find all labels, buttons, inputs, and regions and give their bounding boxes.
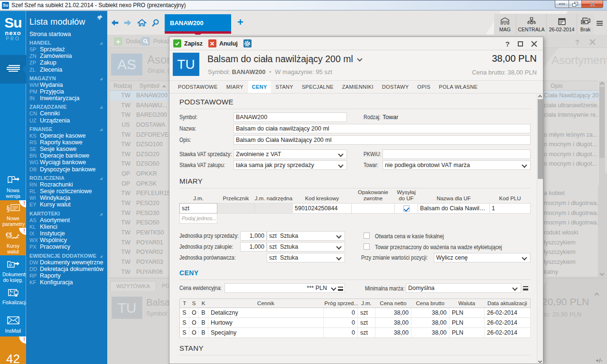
sale-unit-select[interactable]: szt Sztuka (267, 231, 345, 241)
module-item[interactable]: KLKlienci (29, 224, 107, 230)
price-row[interactable]: S O B Detaliczny 0 szt 38,00 38,00 PLN (180, 308, 531, 318)
title-dropdown-icon[interactable] (357, 56, 362, 61)
symbol-input[interactable]: BANAW200 (233, 112, 347, 122)
show-item-button[interactable]: Pokaż (141, 37, 170, 46)
module-item[interactable]: WIWindykacja (29, 195, 107, 201)
module-item[interactable]: WXWspólnicy (29, 237, 107, 243)
module-item[interactable]: DBDyspozycje bankowe (29, 166, 107, 173)
module-item[interactable]: KSOperacje kasowe (29, 132, 107, 139)
margin-menu-icon[interactable] (523, 286, 528, 290)
weighing-checkbox[interactable] (364, 243, 370, 250)
module-item[interactable]: KFKonfiguracja (29, 279, 107, 286)
dialog-tab[interactable]: OPIS (413, 81, 434, 93)
minimize-button[interactable] (555, 0, 569, 8)
nazwa-input[interactable]: Balsam do ciała nawilżający 200 ml (233, 124, 531, 133)
module-item[interactable]: RSRaporty kasowe (29, 139, 107, 146)
module-item[interactable]: PXPracownicy (29, 243, 107, 250)
dialog-tab[interactable]: MIARY (223, 81, 247, 93)
module-section-header[interactable]: ZARZĄDZANIE (29, 104, 107, 110)
measure-row[interactable]: szt 5901024250844 Balsam do Ciała Nawilż… (180, 204, 531, 214)
rail-shortcut[interactable]: Nowa wersja (0, 172, 26, 200)
rail-shortcut[interactable]: ! § Nowe parametry (0, 200, 26, 228)
close-button[interactable] (582, 0, 603, 8)
module-item[interactable]: DWDokumenty wewnętrzne (29, 259, 107, 266)
module-section-header[interactable]: KARTOTEKI (29, 211, 107, 217)
module-item[interactable]: WMWydania (29, 82, 107, 88)
module-item[interactable]: RNRozrachunki (29, 181, 107, 188)
module-item[interactable]: UZUrządzenia (29, 117, 107, 124)
module-section-header[interactable]: EWIDENCJE DODATKOWE (29, 253, 107, 259)
bg-detail-tab[interactable]: WIZYTÓWKA (110, 281, 156, 291)
rail-shortcut[interactable]: Dokumenty do księg. (0, 256, 26, 283)
module-item[interactable]: INInwentaryzacja (29, 95, 107, 102)
home-button[interactable] (137, 18, 147, 28)
module-item[interactable]: CNCenniki (29, 110, 107, 117)
open-price-checkbox[interactable] (364, 233, 370, 239)
bg-help-icon[interactable]: ? (575, 38, 579, 46)
dialog-close-icon[interactable] (531, 41, 537, 47)
pin-icon[interactable] (97, 14, 103, 21)
add-item-button[interactable]: +Dodaj (114, 37, 141, 46)
settings-button[interactable] (243, 39, 252, 47)
uf-checkbox-checked[interactable] (403, 205, 410, 212)
home-link[interactable]: Strona startowa (29, 31, 107, 37)
restore-button[interactable] (569, 0, 582, 8)
measure-placeholder-row[interactable]: Podaj jednos... (180, 214, 531, 224)
rail-shortcut[interactable]: InsMail (0, 313, 26, 337)
dialog-tab[interactable]: CENY (248, 81, 271, 93)
module-item[interactable]: BNOperacje bankowe (29, 152, 107, 159)
module-item[interactable]: ASAsortyment (29, 217, 107, 224)
branch-button[interactable]: CENTRALA (516, 14, 546, 35)
save-button[interactable]: Zapisz (173, 39, 203, 47)
module-item[interactable]: RLSesje rozliczeniowe (29, 188, 107, 195)
dialog-tab[interactable]: SPECJALNE (298, 81, 337, 93)
sale-qty-input[interactable]: 1,000 (240, 231, 267, 241)
module-item[interactable]: ZPZakup (29, 59, 107, 66)
dialog-tab[interactable]: ZAMIENNIKI (338, 81, 377, 93)
towar-select[interactable]: nie podlega obrotowi VAT marża (383, 160, 531, 170)
dialog-scrollbar[interactable] (537, 93, 543, 364)
dialog-maximize-icon[interactable] (518, 41, 523, 47)
strip-menu-icon[interactable] (597, 21, 603, 27)
rail-shortcut[interactable]: ! 42 Licencje (0, 336, 26, 364)
minimal-margin-select[interactable]: Domyślna (406, 283, 521, 293)
pkwiu-input[interactable] (383, 149, 531, 159)
rail-shortcut[interactable]: Fiskalizacja (0, 284, 26, 309)
module-item[interactable]: RPRaporty (29, 272, 107, 279)
search-button[interactable] (151, 18, 160, 28)
dialog-tab[interactable]: STANY (272, 81, 297, 93)
module-section-header[interactable]: FINANSE (29, 126, 107, 132)
module-item[interactable]: DDDekretacja dokumentów (29, 266, 107, 272)
opis-input[interactable]: Balsam do Ciała Nawilżający 200 ml (233, 135, 531, 145)
price-row[interactable]: S O B Hurtowy 0 szt 38,00 38,00 PLN (180, 318, 531, 328)
module-item[interactable]: ZLZlecenia (29, 66, 107, 73)
currency-menu-icon[interactable] (338, 287, 343, 291)
dialog-help-icon[interactable]: ? (505, 40, 510, 48)
vat-buy-select[interactable]: taka sama jak przy sprzedaży (233, 160, 347, 170)
dialog-tab[interactable]: POLA WŁASNE (435, 81, 482, 93)
bg-scrollbar[interactable] (599, 81, 605, 278)
rail-shortcut[interactable]: ! €$ Kursy walut (0, 228, 26, 255)
cancel-button[interactable]: Anuluj (208, 39, 238, 47)
module-item[interactable]: EYKursy walut (29, 201, 107, 208)
warehouse-button[interactable]: MAG (494, 14, 516, 35)
price-row[interactable]: S O B Specjalny 0 szt 38,00 38,00 PLN (180, 328, 531, 338)
module-item[interactable]: ZNZamówienia (29, 53, 107, 59)
printer-button[interactable]: Brak (577, 14, 594, 35)
module-item[interactable]: PMPrzyjęcia (29, 88, 107, 95)
dialog-tab[interactable]: DOSTAWY (378, 81, 413, 93)
cena-ewidencyjna-input[interactable]: *** PLN (224, 283, 345, 293)
module-item[interactable]: IXInstytucje (29, 230, 107, 237)
module-item[interactable]: SPSprzedaż (29, 46, 107, 53)
dialog-tab[interactable]: PODSTAWOWE (174, 81, 222, 93)
bg-close-icon[interactable] (589, 39, 596, 45)
module-item[interactable]: WGWyciągi bankowe (29, 159, 107, 166)
module-section-header[interactable]: ROZLICZENIA (29, 175, 107, 181)
buy-unit-select[interactable]: szt Sztuka (267, 242, 345, 252)
module-section-header[interactable]: MAGAZYN (29, 75, 107, 82)
module-item[interactable]: SESesje kasowe (29, 146, 107, 152)
new-tab-button[interactable]: + (237, 16, 243, 28)
buy-qty-input[interactable]: 1,000 (240, 242, 267, 252)
document-tab[interactable]: BANAW200 (165, 14, 231, 32)
module-section-header[interactable]: HANDEL (29, 40, 107, 46)
